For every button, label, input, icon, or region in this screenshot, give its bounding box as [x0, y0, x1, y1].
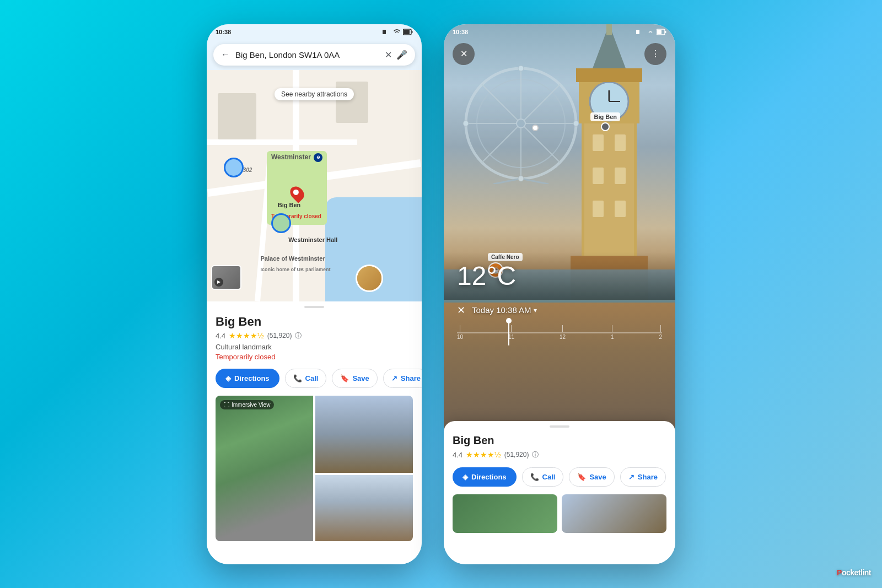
left-phone: 10:38 ← Big Ben, London SW1A 0AA [207, 24, 422, 564]
save-icon: 🔖 [340, 374, 349, 382]
svg-rect-33 [615, 168, 626, 184]
photo-grid: ⛶ Immersive View [216, 396, 413, 541]
right-share-button[interactable]: ↗ Share [620, 467, 666, 487]
photo-tower2[interactable] [315, 475, 413, 541]
wifi-icon [393, 29, 401, 35]
bigben-pin-label: Big Ben [590, 112, 620, 121]
right-review-count: (51,920) [504, 451, 529, 458]
right-save-button[interactable]: 🔖 Save [569, 467, 614, 487]
pocketlint-rest: ocketlint [842, 568, 871, 577]
svg-rect-32 [593, 168, 604, 184]
map-avatar-left [224, 158, 244, 177]
time-display: Today 10:38 AM [472, 305, 531, 315]
right-time: 10:38 [453, 29, 468, 35]
map-building1 [218, 93, 256, 139]
right-directions-icon: ◈ [462, 473, 468, 481]
expand-icon: ⛶ [224, 402, 229, 408]
svg-rect-35 [615, 201, 626, 217]
place-type: Cultural landmark [216, 343, 413, 351]
photo-aerial-view[interactable]: ⛶ Immersive View [216, 396, 313, 541]
timeline-tick-1: 1 [611, 325, 614, 340]
pocketlint-watermark: Pocketlint [837, 568, 871, 577]
svg-rect-0 [383, 30, 386, 34]
call-icon: 📞 [293, 374, 302, 382]
left-time: 10:38 [216, 29, 231, 35]
rating-number: 4.4 [216, 332, 225, 340]
info-panel-content: Big Ben 4.4 ★★★★½ (51,920) ⓘ Cultural la… [207, 312, 422, 541]
time-close-icon[interactable]: ✕ [457, 304, 465, 316]
right-wifi-icon [647, 29, 654, 35]
map-area[interactable]: See nearby attractions A302 Westminster … [207, 70, 422, 301]
right-status-bar: 10:38 [444, 24, 675, 40]
svg-rect-2 [404, 30, 410, 34]
map-pin-bigben[interactable] [291, 186, 303, 201]
info-circle-icon[interactable]: ⓘ [295, 331, 302, 341]
stars-display: ★★★★½ [229, 331, 264, 340]
photo-tower1[interactable] [315, 396, 413, 473]
nearby-bubble[interactable]: See nearby attractions [275, 88, 354, 100]
save-label: Save [352, 374, 369, 382]
more-dots-icon: ⋮ [651, 48, 660, 59]
right-photo1[interactable] [453, 494, 557, 533]
tube-logo: ⊖ [314, 153, 322, 162]
aerial-img [216, 396, 313, 541]
timeline-tick-12: 12 [560, 325, 566, 340]
close-button[interactable]: ✕ [453, 43, 475, 65]
weather-temperature: 12°C [457, 261, 662, 291]
timeline[interactable]: 10 11 12 1 [444, 325, 675, 341]
action-buttons: ◈ Directions 📞 Call 🔖 Save ↗ Share [216, 369, 413, 388]
timeline-cursor[interactable] [508, 320, 509, 346]
share-button[interactable]: ↗ Share [383, 369, 422, 388]
svg-point-17 [518, 66, 524, 71]
panel-handle[interactable] [304, 306, 324, 308]
map-thumbnail-circle[interactable] [356, 265, 383, 292]
map-label-westminster-hall: Westminster Hall [288, 236, 337, 243]
left-status-icons [382, 29, 413, 35]
right-share-label: Share [638, 473, 658, 481]
time-overlay: ✕ Today 10:38 AM ▾ [444, 304, 675, 316]
save-button[interactable]: 🔖 Save [332, 369, 377, 388]
right-panel-handle[interactable] [550, 425, 569, 428]
pocketlint-p: P [837, 568, 842, 577]
right-call-label: Call [542, 473, 556, 481]
bigben-pin-label-container: Big Ben [590, 112, 620, 132]
right-directions-button[interactable]: ◈ Directions [453, 467, 517, 487]
directions-button[interactable]: ◈ Directions [216, 369, 279, 388]
search-inner[interactable]: ← Big Ben, London SW1A 0AA ✕ 🎤 [213, 44, 415, 66]
svg-point-18 [518, 176, 524, 181]
right-photo2[interactable] [562, 494, 666, 533]
top-controls: ✕ ⋮ [444, 43, 675, 65]
whatsapp-icon [382, 29, 391, 35]
more-options-button[interactable]: ⋮ [644, 43, 666, 65]
svg-rect-31 [615, 134, 626, 151]
map-label-westminster: Westminster ⊖ [271, 153, 322, 162]
close-x-icon: ✕ [460, 48, 467, 59]
svg-rect-34 [593, 201, 604, 217]
timeline-tick-10: 10 [457, 325, 463, 340]
map-building2 [336, 82, 368, 123]
right-bottom-panel: Big Ben 4.4 ★★★★½ (51,920) ⓘ ◈ Direction… [444, 421, 675, 564]
clear-icon[interactable]: ✕ [385, 50, 392, 60]
weather-overlay: 12°C [444, 252, 675, 300]
map-thumbnail-palace[interactable]: ▶ [211, 265, 241, 290]
right-call-button[interactable]: 📞 Call [522, 467, 564, 487]
bigben-pin-dot [601, 122, 610, 131]
london-eye-dot [532, 125, 539, 131]
cursor-dot [506, 318, 512, 323]
right-rating-number: 4.4 [453, 451, 462, 459]
right-info-icon[interactable]: ⓘ [532, 450, 539, 460]
right-save-icon: 🔖 [577, 473, 586, 481]
directions-icon: ◈ [225, 374, 231, 382]
place-status: Temporarily closed [216, 353, 413, 361]
info-rating: 4.4 ★★★★½ (51,920) ⓘ [216, 331, 413, 341]
back-arrow-icon[interactable]: ← [221, 50, 230, 60]
svg-rect-3 [412, 31, 413, 33]
call-button[interactable]: 📞 Call [285, 369, 327, 388]
svg-line-15 [493, 179, 521, 184]
map-label-palace-sub: Iconic home of UK parliament [261, 267, 331, 272]
mic-icon[interactable]: 🎤 [396, 50, 407, 60]
map-road-h2 [207, 139, 357, 145]
battery-icon [403, 29, 413, 35]
time-dropdown-icon[interactable]: ▾ [534, 306, 537, 314]
info-panel: Big Ben 4.4 ★★★★½ (51,920) ⓘ Cultural la… [207, 301, 422, 564]
